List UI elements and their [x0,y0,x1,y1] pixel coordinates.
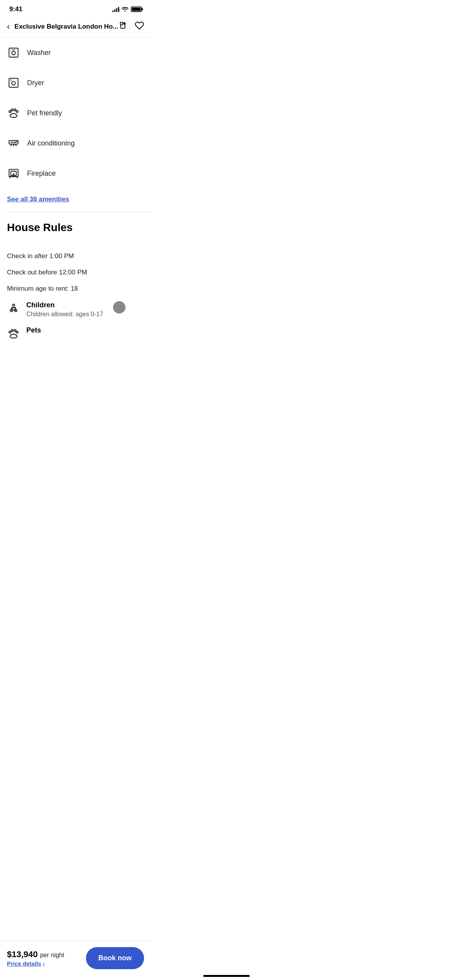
svg-point-11 [16,111,18,113]
pet-friendly-icon [7,106,20,120]
favorite-button[interactable] [135,21,144,33]
nav-actions [119,21,144,33]
amenity-washer: Washer [7,38,144,68]
min-age-rule: Minimum age to rent: 18 [0,285,151,301]
house-rules-title: House Rules [0,212,151,243]
svg-point-30 [16,331,18,333]
children-toggle[interactable] [113,301,125,314]
children-icon [7,302,20,315]
amenity-pet-friendly: Pet friendly [7,98,144,128]
svg-rect-1 [9,48,18,57]
pets-rule: Pets [0,326,151,349]
svg-point-29 [14,329,16,331]
pets-rule-icon [7,327,20,340]
children-title: Children [26,301,103,309]
fireplace-label: Fireplace [27,170,56,178]
amenities-section: Washer Dryer Pet friendly [0,38,151,212]
svg-point-17 [15,141,17,143]
washer-label: Washer [27,49,51,57]
pets-text-block: Pets [26,326,41,334]
svg-point-8 [9,111,11,113]
check-out-rule: Check out before 12:00 PM [0,269,151,285]
amenity-dryer: Dryer [7,68,144,98]
share-button[interactable] [119,21,128,32]
status-bar: 9:41 [0,0,151,16]
house-rules-section: House Rules Check in after 1:00 PM Check… [0,212,151,349]
see-all-amenities-link[interactable]: See all 38 amenities [7,188,69,212]
status-time: 9:41 [9,5,22,13]
children-text-block: Children Children allowed: ages 0-17 [26,301,103,318]
battery-icon [131,7,142,12]
wifi-icon [122,6,129,13]
svg-rect-5 [9,78,18,87]
fireplace-icon [7,167,20,180]
svg-point-23 [13,304,15,306]
svg-point-28 [11,329,13,331]
pet-friendly-label: Pet friendly [27,109,62,117]
signal-icon [112,7,119,12]
dryer-label: Dryer [27,79,44,87]
air-conditioning-icon [7,137,20,150]
back-button[interactable]: ‹ [5,20,11,33]
svg-rect-0 [120,22,123,25]
svg-point-10 [14,109,16,111]
pets-title: Pets [26,326,41,334]
amenity-air-conditioning: Air conditioning [7,128,144,158]
air-conditioning-label: Air conditioning [27,139,75,147]
svg-point-27 [9,331,11,333]
amenity-fireplace: Fireplace [7,158,144,188]
check-in-rule: Check in after 1:00 PM [0,252,151,269]
svg-point-2 [12,51,15,55]
status-icons [112,6,142,13]
dryer-icon [7,76,20,89]
washer-icon [7,46,20,59]
svg-point-9 [11,109,13,111]
nav-header: ‹ Exclusive Belgravia London Ho... [0,16,151,38]
children-subtitle: Children allowed: ages 0-17 [26,311,103,318]
children-rule: Children Children allowed: ages 0-17 [0,301,151,326]
svg-point-6 [12,82,15,85]
page-title: Exclusive Belgravia London Ho... [14,23,119,31]
